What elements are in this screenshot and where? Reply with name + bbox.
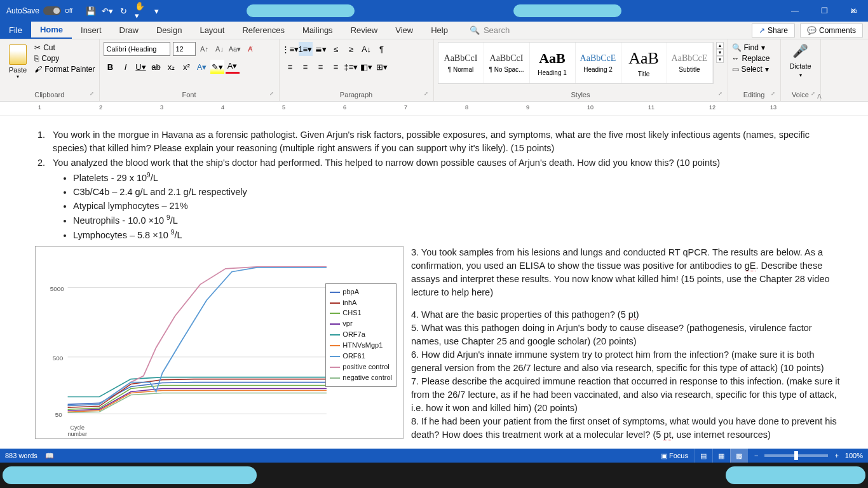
tab-review[interactable]: Review [342, 22, 387, 39]
find-button[interactable]: 🔍Find ▾ [732, 43, 765, 52]
grow-font-button[interactable]: A↑ [198, 43, 211, 55]
paste-icon [9, 44, 27, 65]
replace-button[interactable]: ↔Replace [732, 54, 770, 63]
style-more-button[interactable]: ▾ [716, 56, 724, 63]
web-layout-button[interactable]: ▩ [730, 449, 748, 463]
group-voice: 🎤 Dictate ▾ Voice ᐱ [781, 39, 821, 101]
justify-button[interactable]: ≡ [329, 60, 343, 74]
style-subtitle[interactable]: AaBbCcESubtitle [667, 43, 713, 83]
subscript-button[interactable]: x₂ [165, 60, 179, 74]
font-color-button[interactable]: A▾ [226, 60, 240, 74]
tab-view[interactable]: View [386, 22, 422, 39]
close-button[interactable]: ✕ [839, 0, 868, 22]
superscript-button[interactable]: x² [180, 60, 194, 74]
format-painter-button[interactable]: 🖌Format Painter [34, 65, 95, 74]
word-count[interactable]: 883 words [5, 452, 37, 459]
tab-layout[interactable]: Layout [191, 22, 233, 39]
status-bar: 883 words 📖 ▣ Focus ▤ ▦ ▩ − + 100% [0, 449, 868, 463]
touch-icon[interactable]: ✋▾ [135, 5, 146, 17]
style-down-button[interactable]: ▾ [716, 49, 724, 56]
text-effects-button[interactable]: A▾ [195, 60, 209, 74]
zoom-level[interactable]: 100% [845, 452, 863, 459]
style-title[interactable]: AaBTitle [621, 43, 667, 83]
align-center-button[interactable]: ≡ [299, 60, 313, 74]
italic-button[interactable]: I [119, 60, 133, 74]
svg-text:500: 500 [53, 354, 64, 361]
paste-button[interactable]: Paste ▾ [4, 42, 32, 82]
tab-draw[interactable]: Draw [111, 22, 147, 39]
focus-button[interactable]: ▣ Focus [661, 452, 688, 460]
tab-mailings[interactable]: Mailings [294, 22, 342, 39]
question-2: You analyzed the blood work that the shi… [48, 156, 843, 170]
strike-button[interactable]: ab [149, 60, 163, 74]
font-size-input[interactable] [173, 42, 196, 56]
question-8: 8. If he had been your patient from the … [411, 415, 843, 442]
print-layout-button[interactable]: ▦ [712, 449, 730, 463]
redo-icon[interactable]: ↻ [118, 5, 130, 17]
style-gallery[interactable]: AaBbCcI¶ NormalAaBbCcI¶ No Spac...AaBHea… [438, 42, 714, 84]
increase-indent-button[interactable]: ≥ [344, 42, 358, 56]
bullets-button[interactable]: ⋮≡▾ [283, 42, 297, 56]
legend-positive-control: positive control [330, 362, 392, 372]
tab-help[interactable]: Help [422, 22, 457, 39]
customize-qat-icon[interactable]: ▾ [151, 5, 163, 17]
question-5: 5. What was this pathogen doing in Arjun… [411, 322, 843, 348]
underline-button[interactable]: U▾ [134, 60, 148, 74]
maximize-button[interactable]: ❐ [810, 0, 839, 22]
zoom-in-button[interactable]: + [834, 452, 838, 459]
document-area[interactable]: You work in the morgue in Havana as a fo… [0, 116, 868, 449]
comments-button[interactable]: 💬Comments [800, 24, 863, 37]
tab-references[interactable]: References [233, 22, 293, 39]
cut-button[interactable]: ✂Cut [34, 43, 95, 52]
search-box[interactable]: 🔍 Search [470, 22, 510, 39]
highlight-button[interactable]: ✎▾ [210, 60, 224, 74]
zoom-slider[interactable] [764, 454, 828, 457]
tab-home[interactable]: Home [31, 22, 72, 39]
tab-file[interactable]: File [0, 22, 31, 39]
autosave-state: Off [65, 8, 72, 14]
minimize-button[interactable]: — [780, 0, 810, 22]
search-placeholder: Search [484, 25, 510, 35]
numbering-button[interactable]: 1≡▾ [299, 42, 313, 56]
change-case-button[interactable]: Aa▾ [229, 43, 241, 55]
ruler[interactable]: 12345678910111213 [0, 102, 868, 116]
shrink-font-button[interactable]: A↓ [214, 43, 226, 55]
sort-button[interactable]: A↓ [360, 42, 374, 56]
bullet-lymphocytes: Lymphocytes – 5.8 ×10 9/L [73, 228, 843, 242]
shading-button[interactable]: ◧▾ [360, 60, 374, 74]
show-marks-button[interactable]: ¶ [375, 42, 389, 56]
read-mode-button[interactable]: ▤ [695, 449, 712, 463]
tab-insert[interactable]: Insert [72, 22, 111, 39]
autosave-toggle[interactable]: AutoSave Off [0, 6, 79, 15]
decrease-indent-button[interactable]: ≤ [329, 42, 343, 56]
line-spacing-button[interactable]: ‡≡▾ [344, 60, 358, 74]
save-icon[interactable]: 💾 [85, 5, 97, 17]
borders-button[interactable]: ⊞▾ [375, 60, 389, 74]
font-name-input[interactable] [104, 42, 170, 56]
undo-icon[interactable]: ↶▾ [102, 5, 113, 17]
style---no-spac---[interactable]: AaBbCcI¶ No Spac... [484, 43, 530, 83]
style-heading-2[interactable]: AaBbCcEHeading 2 [576, 43, 621, 83]
collapse-ribbon-icon[interactable]: ᐱ [817, 93, 822, 100]
redacted-taskbar-right [726, 466, 865, 484]
select-button[interactable]: ▭Select ▾ [732, 65, 769, 74]
chart-legend: pbpAinhACHS1vprORF7aHTNVsMgp1ORF61positi… [325, 283, 397, 387]
style-up-button[interactable]: ▴ [716, 42, 724, 49]
tab-design[interactable]: Design [147, 22, 191, 39]
search-icon: 🔍 [470, 25, 480, 35]
svg-text:50: 50 [55, 411, 63, 418]
bold-button[interactable]: B [104, 60, 118, 74]
copy-button[interactable]: ⎘Copy [34, 54, 95, 63]
clear-formatting-button[interactable]: A̸ [244, 43, 257, 55]
microphone-icon[interactable]: 🎤 [793, 42, 808, 60]
align-right-button[interactable]: ≡ [314, 60, 328, 74]
style-heading-1[interactable]: AaBHeading 1 [530, 43, 576, 83]
zoom-out-button[interactable]: − [754, 452, 758, 459]
multilevel-button[interactable]: ≣▾ [314, 42, 328, 56]
share-button[interactable]: ↗Share [752, 24, 795, 37]
autosave-label: AutoSave [6, 6, 39, 15]
question-6: 6. How did Arjun's innate immune system … [411, 348, 843, 375]
style---normal[interactable]: AaBbCcI¶ Normal [438, 43, 484, 83]
proofing-icon[interactable]: 📖 [45, 452, 54, 460]
align-left-button[interactable]: ≡ [283, 60, 297, 74]
